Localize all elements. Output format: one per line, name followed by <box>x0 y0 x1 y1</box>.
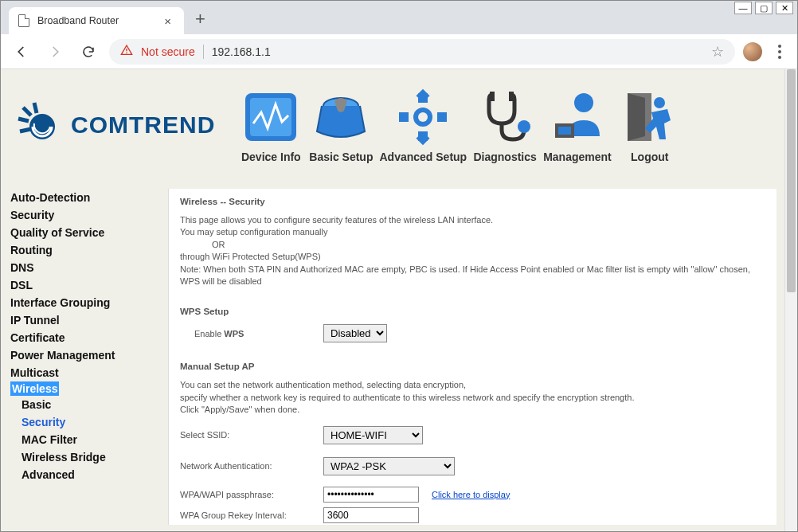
diagnostics-icon <box>473 87 537 147</box>
advanced-setup-icon <box>391 87 455 147</box>
sidebar-item-auto-detection[interactable]: Auto-Detection <box>10 189 154 206</box>
nav-basic-setup[interactable]: Basic Setup <box>309 87 373 163</box>
svg-rect-20 <box>509 92 514 101</box>
rekey-input[interactable] <box>323 507 419 523</box>
svg-point-25 <box>654 97 665 108</box>
auth-label: Network Authentication: <box>180 461 323 471</box>
brand-logo-icon <box>17 101 65 149</box>
manual-section-heading: Manual Setup AP <box>180 362 765 371</box>
browser-tab[interactable]: Broadband Router × <box>9 7 184 34</box>
page-title: Wireless -- Security <box>180 197 765 206</box>
svg-point-1 <box>126 52 127 53</box>
sidebar-item-ip-tunnel[interactable]: IP Tunnel <box>10 311 154 329</box>
reload-button[interactable] <box>76 39 101 65</box>
sidebar-item-dsl[interactable]: DSL <box>10 276 154 294</box>
sidebar-item-multicast[interactable]: Multicast <box>10 364 154 381</box>
window-controls: — ▢ ✕ <box>734 2 793 14</box>
auth-select[interactable]: WPA2 -PSK <box>323 457 455 475</box>
url-bar[interactable]: Not secure 192.168.1.1 ☆ <box>109 39 735 65</box>
warning-icon <box>120 44 133 60</box>
sidebar-item-routing[interactable]: Routing <box>10 241 154 259</box>
sidebar-sub-advanced[interactable]: Advanced <box>22 466 154 483</box>
window-close-button[interactable]: ✕ <box>776 2 793 14</box>
scrollbar-thumb[interactable] <box>787 69 796 292</box>
url-divider <box>203 45 204 59</box>
browser-tab-bar: Broadband Router × + <box>1 1 797 34</box>
enable-wps-label: Enable WPS <box>180 329 323 338</box>
nav-advanced-setup[interactable]: Advanced Setup <box>379 87 467 163</box>
svg-point-21 <box>574 93 593 112</box>
svg-rect-19 <box>490 92 495 101</box>
sidebar-item-dns[interactable]: DNS <box>10 259 154 276</box>
ssid-select[interactable]: HOME-WIFI <box>323 426 423 444</box>
page-icon <box>18 14 29 27</box>
intro-text: This page allows you to configure securi… <box>180 214 765 288</box>
brand-logo: COMTREND <box>17 101 215 149</box>
svg-line-4 <box>18 119 29 121</box>
new-tab-button[interactable]: + <box>195 9 205 34</box>
svg-point-18 <box>518 120 530 133</box>
router-header: COMTREND Device Info Basic Setup Advance… <box>1 69 784 181</box>
content-area: Wireless -- Security This page allows yo… <box>168 189 776 525</box>
back-button[interactable] <box>9 39 34 65</box>
sidebar-item-interface-grouping[interactable]: Interface Grouping <box>10 294 154 311</box>
brand-name: COMTREND <box>71 111 215 139</box>
sidebar-sub-wireless-bridge[interactable]: Wireless Bridge <box>22 448 154 466</box>
nav-diagnostics[interactable]: Diagnostics <box>473 87 537 163</box>
main-nav: Device Info Basic Setup Advanced Setup D… <box>239 87 681 163</box>
sidebar-item-qos[interactable]: Quality of Service <box>10 224 154 241</box>
forward-button[interactable] <box>42 39 68 65</box>
wps-section-heading: WPS Setup <box>180 307 765 316</box>
nav-device-info[interactable]: Device Info <box>239 87 303 163</box>
logout-icon <box>618 87 682 147</box>
svg-point-17 <box>418 112 428 122</box>
sidebar-menu: Auto-Detection Security Quality of Servi… <box>10 189 154 483</box>
svg-rect-11 <box>399 112 409 122</box>
device-info-icon <box>239 87 303 147</box>
sidebar-sub-security[interactable]: Security <box>22 413 154 431</box>
svg-line-6 <box>34 103 37 113</box>
browser-toolbar: Not secure 192.168.1.1 ☆ <box>1 34 797 69</box>
svg-rect-23 <box>558 127 571 135</box>
svg-rect-12 <box>437 112 447 122</box>
display-passphrase-link[interactable]: Click here to display <box>432 490 510 499</box>
browser-menu-button[interactable] <box>770 42 789 61</box>
sidebar-item-security[interactable]: Security <box>10 206 154 224</box>
window-maximize-button[interactable]: ▢ <box>755 2 773 14</box>
sidebar-item-power-management[interactable]: Power Management <box>10 346 154 364</box>
enable-wps-select[interactable]: Disabled <box>323 324 387 342</box>
scrollbar[interactable] <box>784 69 797 532</box>
rekey-label: WPA Group Rekey Interval: <box>180 510 323 520</box>
sidebar-item-certificate[interactable]: Certificate <box>10 329 154 346</box>
nav-logout[interactable]: Logout <box>618 87 682 163</box>
svg-line-3 <box>23 108 31 115</box>
svg-line-5 <box>20 129 31 131</box>
sidebar-item-wireless[interactable]: Wireless <box>10 381 59 396</box>
profile-avatar[interactable] <box>743 42 762 61</box>
passphrase-label: WPA/WAPI passphrase: <box>180 490 323 499</box>
bookmark-star-icon[interactable]: ☆ <box>711 43 724 61</box>
tab-close-icon[interactable]: × <box>161 14 174 28</box>
sidebar-sub-basic[interactable]: Basic <box>22 396 154 413</box>
nav-management[interactable]: Management <box>543 87 612 163</box>
security-status: Not secure <box>141 45 195 58</box>
ssid-label: Select SSID: <box>180 430 323 440</box>
window-minimize-button[interactable]: — <box>734 2 752 14</box>
tab-title: Broadband Router <box>37 15 153 26</box>
passphrase-input[interactable] <box>323 487 419 503</box>
management-icon <box>546 87 609 147</box>
sidebar-sub-mac-filter[interactable]: MAC Filter <box>22 431 154 448</box>
url-text: 192.168.1.1 <box>212 45 703 58</box>
basic-setup-icon <box>309 87 373 147</box>
